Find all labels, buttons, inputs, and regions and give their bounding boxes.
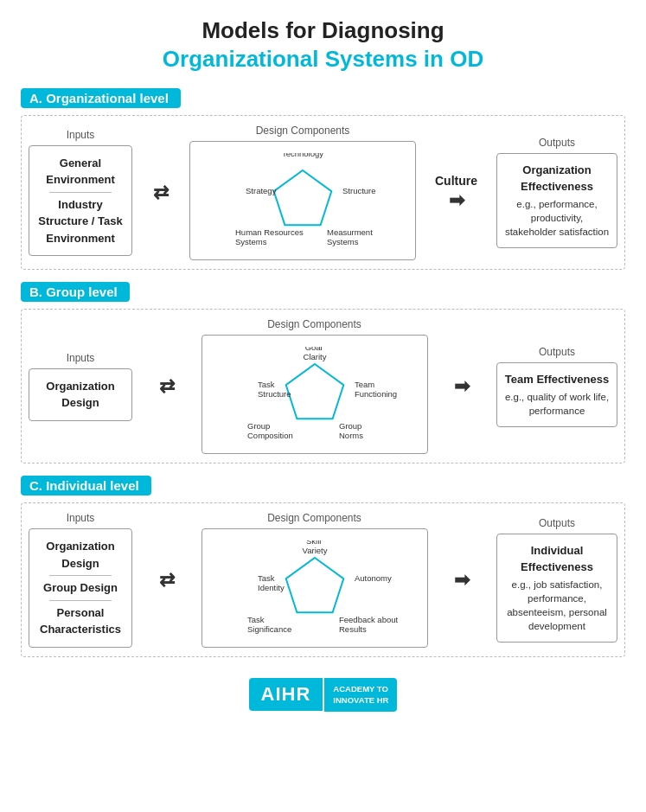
section-c: C. Individual levelInputsOrganization De…	[21, 476, 625, 657]
inputs-column: InputsGeneral EnvironmentIndustry Struct…	[29, 129, 132, 257]
svg-text:Skill
        Variety: Skill Variety	[302, 540, 327, 555]
design-column: Design Components Goal Clarity Task Stru…	[201, 318, 428, 454]
outputs-main-title: Organization Effectiveness	[504, 163, 610, 194]
outputs-box: Organization Effectivenesse.g., performa…	[496, 153, 617, 248]
outputs-main-title: Team Effectiveness	[504, 372, 610, 387]
inputs-label: Inputs	[67, 352, 95, 364]
svg-marker-0	[274, 170, 332, 225]
design-box: Goal Clarity Task Structure Team Functio…	[201, 335, 428, 454]
svg-text:Feedback about
        Results: Feedback about Results	[339, 615, 400, 634]
svg-text:Goal
        Clarity: Goal Clarity	[303, 347, 326, 361]
single-arrow-right: ➡	[454, 375, 470, 398]
footer-brand: AIHR	[249, 678, 323, 711]
outputs-sub-text: e.g., quality of work life, performance	[504, 390, 610, 418]
svg-text:Autonomy: Autonomy	[355, 573, 392, 583]
pentagon-area: Goal Clarity Task Structure Team Functio…	[211, 342, 419, 446]
svg-text:Structure: Structure	[342, 186, 376, 195]
inputs-column: InputsOrganization DesignGroup DesignPer…	[29, 512, 132, 648]
section-label-a: A. Organizational level	[21, 88, 181, 108]
pentagon-area: Skill Variety Task Identity Autonomy Tas…	[211, 536, 419, 640]
outputs-label: Outputs	[539, 346, 575, 358]
inputs-box: Organization Design	[29, 368, 132, 421]
design-box: Skill Variety Task Identity Autonomy Tas…	[201, 528, 428, 648]
culture-label: Culture	[435, 174, 477, 188]
pentagon-area: TechnologyStrategyStructure Human Resour…	[199, 149, 406, 253]
input-item: Organization Design	[36, 378, 125, 412]
section-b: B. Group levelInputsOrganization Design⇄…	[21, 282, 625, 464]
inputs-label: Inputs	[67, 129, 95, 141]
main-title-line2: Organizational Systems in OD	[21, 46, 625, 73]
design-box: TechnologyStrategyStructure Human Resour…	[189, 141, 416, 260]
double-arrow-left: ⇄	[159, 375, 175, 398]
section-label-c: C. Individual level	[21, 476, 151, 496]
svg-text:Technology: Technology	[282, 153, 323, 158]
page: Models for Diagnosing Organizational Sys…	[0, 0, 646, 726]
main-title-line1: Models for Diagnosing	[21, 17, 625, 44]
outputs-main-title: Individual Effectiveness	[504, 543, 610, 574]
inputs-column: InputsOrganization Design	[29, 352, 132, 421]
section-a: A. Organizational levelInputsGeneral Env…	[21, 88, 625, 270]
design-column: Design Components Skill Variety Task Ide…	[201, 512, 428, 648]
outputs-box: Team Effectivenesse.g., quality of work …	[496, 362, 617, 427]
svg-text:Task
        Identity: Task Identity	[258, 573, 285, 592]
double-arrow-left: ⇄	[159, 569, 175, 591]
svg-marker-12	[285, 558, 343, 612]
inputs-box: General EnvironmentIndustry Structure / …	[29, 145, 132, 257]
single-arrow-right: ➡	[449, 189, 464, 212]
input-item: Organization Design	[36, 538, 125, 572]
footer-tagline: ACADEMY TOINNOVATE HR	[323, 678, 397, 712]
input-item: General Environment	[36, 155, 125, 189]
input-item: Personal Characteristics	[36, 604, 125, 638]
design-column: Design Components TechnologyStrategyStru…	[189, 125, 416, 260]
svg-text:Group
        Norms: Group Norms	[339, 421, 364, 440]
outputs-box: Individual Effectivenesse.g., job satisf…	[496, 534, 617, 643]
outputs-column: OutputsIndividual Effectivenesse.g., job…	[496, 517, 617, 643]
input-item: Group Design	[36, 579, 125, 597]
svg-text:Human Resources
        System: Human Resources Systems	[235, 227, 305, 246]
footer: AIHR ACADEMY TOINNOVATE HR	[21, 669, 625, 717]
svg-text:Task
        Significance: Task Significance	[247, 615, 291, 634]
section-label-b: B. Group level	[21, 282, 130, 302]
double-arrow-left: ⇄	[153, 182, 169, 204]
outputs-label: Outputs	[539, 137, 575, 149]
svg-text:Strategy: Strategy	[246, 186, 277, 195]
outputs-column: OutputsTeam Effectivenesse.g., quality o…	[496, 346, 617, 427]
design-label: Design Components	[267, 512, 361, 524]
single-arrow-right: ➡	[454, 569, 470, 591]
svg-text:Measurment
        Systems: Measurment Systems	[327, 227, 374, 246]
outputs-column: OutputsOrganization Effectivenesse.g., p…	[496, 137, 617, 248]
outputs-sub-text: e.g., performance, productivity, stakeho…	[504, 197, 610, 239]
design-label: Design Components	[256, 125, 350, 137]
svg-text:Group
        Composition: Group Composition	[247, 421, 293, 440]
culture-area: Culture➡	[435, 174, 477, 212]
outputs-sub-text: e.g., job satisfaction, performance, abs…	[504, 578, 610, 633]
design-label: Design Components	[267, 318, 361, 330]
svg-text:Task
        Structure: Task Structure	[258, 380, 291, 399]
inputs-label: Inputs	[67, 512, 95, 524]
svg-marker-6	[285, 364, 343, 419]
inputs-box: Organization DesignGroup DesignPersonal …	[29, 528, 132, 648]
svg-text:Team
        Functioning: Team Functioning	[355, 380, 397, 399]
outputs-label: Outputs	[539, 517, 575, 529]
input-item: Industry Structure / Task Environment	[36, 196, 125, 247]
